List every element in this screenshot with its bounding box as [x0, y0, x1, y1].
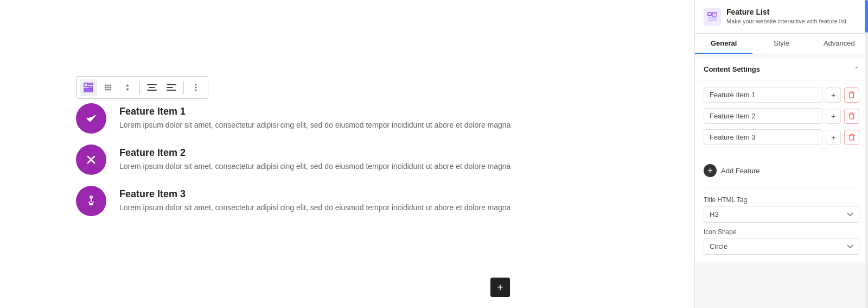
feature-del-btn-1[interactable] [844, 87, 859, 103]
title-tag-group: Title HTML Tag H3 H1 H2 H4 H5 H6 div spa… [704, 196, 859, 223]
feature-input-1[interactable] [704, 87, 822, 103]
divider-2 [704, 188, 859, 188]
feature-title-2: Feature Item 2 [119, 147, 564, 159]
panel-subtitle: Make your website interactive with featu… [726, 17, 859, 26]
more-btn[interactable] [187, 79, 205, 96]
svg-rect-1 [89, 83, 93, 85]
svg-rect-14 [147, 84, 157, 85]
toolbar-divider [139, 81, 140, 94]
svg-rect-18 [167, 87, 173, 88]
feature-title-1: Feature Item 1 [119, 106, 564, 117]
feature-icon-1 [76, 103, 106, 134]
add-feature-label: Add Feature [721, 167, 760, 175]
content-settings-header[interactable]: Content Settings ⌃ [695, 59, 868, 80]
svg-point-13 [110, 89, 111, 91]
align-left-btn[interactable] [163, 79, 180, 96]
feature-text-2: Feature Item 2 Lorem ipsum dolor sit ame… [119, 147, 564, 172]
svg-rect-15 [149, 87, 155, 88]
content-settings-body: + + + [695, 80, 868, 261]
svg-point-6 [107, 85, 109, 86]
svg-point-12 [107, 89, 109, 91]
feature-add-btn-1[interactable]: + [826, 87, 841, 103]
feature-del-btn-3[interactable] [844, 130, 859, 145]
svg-point-11 [105, 89, 107, 91]
panel-title-block: Feature List Make your website interacti… [726, 8, 859, 26]
svg-rect-25 [712, 12, 717, 14]
panel-widget-icon [704, 8, 721, 26]
svg-rect-24 [708, 12, 711, 16]
feature-input-3[interactable] [704, 129, 822, 145]
feature-title-3: Feature Item 3 [119, 188, 564, 200]
widget-icon-btn[interactable] [80, 79, 97, 96]
svg-rect-27 [708, 17, 717, 18]
svg-point-10 [110, 87, 111, 89]
svg-rect-2 [89, 86, 93, 88]
svg-point-9 [107, 87, 109, 89]
icon-shape-group: Icon Shape Circle Square Rounded [704, 228, 859, 255]
feature-icon-2 [76, 144, 106, 175]
svg-rect-26 [712, 15, 717, 16]
svg-point-7 [110, 85, 111, 86]
scrollbar-thumb[interactable] [865, 0, 868, 33]
feature-desc-3: Lorem ipsum dolor sit amet, consectetur … [119, 202, 564, 213]
feature-row-3: + [704, 129, 859, 145]
feature-del-btn-2[interactable] [844, 109, 859, 124]
tab-style[interactable]: Style [752, 34, 810, 54]
svg-point-22 [195, 90, 197, 91]
move-btn[interactable] [99, 79, 117, 96]
svg-rect-3 [84, 89, 93, 90]
feature-item-2: Feature Item 2 Lorem ipsum dolor sit ame… [76, 144, 564, 175]
svg-rect-16 [147, 90, 157, 91]
svg-rect-0 [84, 83, 88, 87]
title-tag-select[interactable]: H3 H1 H2 H4 H5 H6 div span p [704, 206, 859, 223]
svg-point-20 [195, 84, 197, 86]
panel-title: Feature List [726, 8, 859, 16]
feature-input-2[interactable] [704, 108, 822, 124]
feature-desc-2: Lorem ipsum dolor sit amet, consectetur … [119, 161, 564, 172]
canvas-area: Feature Item 1 Lorem ipsum dolor sit ame… [0, 0, 694, 308]
feature-row-1: + [704, 87, 859, 103]
svg-point-5 [105, 85, 107, 86]
right-panel: Feature List Make your website interacti… [694, 0, 868, 308]
scrollbar-track[interactable] [865, 0, 868, 308]
feature-add-btn-2[interactable]: + [826, 109, 841, 124]
updown-btn[interactable] [119, 79, 136, 96]
align-center-btn[interactable] [143, 79, 161, 96]
svg-rect-19 [167, 90, 176, 91]
feature-icon-3 [76, 186, 106, 216]
panel-header: Feature List Make your website interacti… [695, 0, 868, 34]
icon-shape-select[interactable]: Circle Square Rounded [704, 238, 859, 255]
widget-toolbar [76, 76, 208, 99]
feature-add-btn-3[interactable]: + [826, 130, 841, 145]
add-feature-row[interactable]: + Add Feature [704, 161, 859, 180]
tab-advanced[interactable]: Advanced [810, 34, 868, 54]
toolbar-divider-2 [183, 81, 184, 94]
feature-desc-1: Lorem ipsum dolor sit amet, consectetur … [119, 120, 564, 131]
icon-shape-label: Icon Shape [704, 228, 859, 236]
feature-text-1: Feature Item 1 Lorem ipsum dolor sit ame… [119, 106, 564, 131]
canvas-add-button[interactable]: + [490, 278, 510, 297]
feature-item-1: Feature Item 1 Lorem ipsum dolor sit ame… [76, 103, 564, 134]
divider [704, 153, 859, 153]
feature-row-2: + [704, 108, 859, 124]
svg-point-21 [195, 87, 197, 89]
chevron-up-icon: ⌃ [854, 66, 859, 73]
content-settings-title: Content Settings [704, 65, 760, 73]
svg-point-8 [105, 87, 107, 89]
svg-rect-28 [708, 20, 717, 21]
feature-list: Feature Item 1 Lorem ipsum dolor sit ame… [76, 103, 564, 216]
feature-item-3: Feature Item 3 Lorem ipsum dolor sit ame… [76, 186, 564, 216]
add-feature-circle-icon: + [704, 164, 717, 177]
content-settings-section: Content Settings ⌃ + + [695, 59, 868, 261]
title-tag-label: Title HTML Tag [704, 196, 859, 204]
feature-text-3: Feature Item 3 Lorem ipsum dolor sit ame… [119, 188, 564, 213]
tab-general[interactable]: General [695, 34, 752, 54]
panel-tabs: General Style Advanced [695, 34, 868, 54]
svg-rect-4 [84, 91, 93, 92]
svg-rect-17 [167, 84, 176, 85]
